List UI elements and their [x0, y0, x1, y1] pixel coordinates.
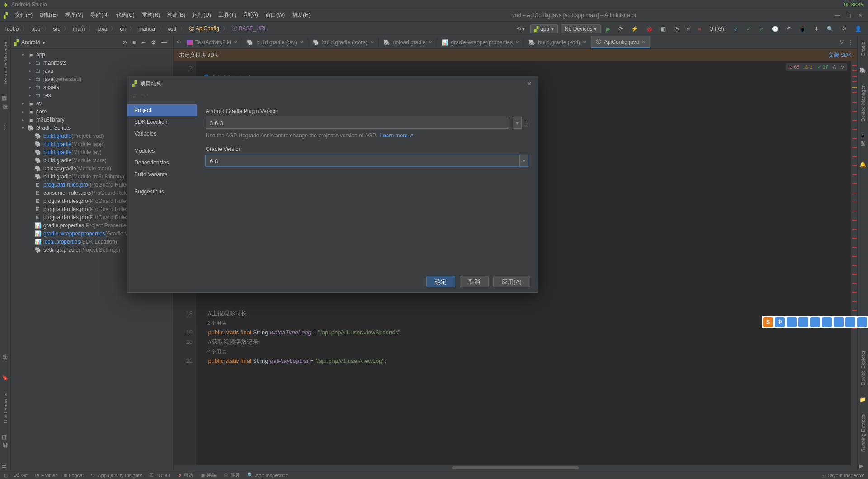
project-view-label[interactable]: Android	[21, 39, 40, 46]
weak-warning-count[interactable]: ✓ 17	[817, 64, 828, 70]
show-tool-windows-icon[interactable]: ◫	[4, 472, 8, 478]
gradle-dropdown-icon[interactable]: ▾	[519, 155, 528, 167]
ime-mic-icon[interactable]	[798, 317, 808, 327]
status-tool-button[interactable]: ☑ TODO	[149, 472, 170, 479]
menu-item[interactable]: 代码(C)	[113, 9, 138, 21]
history-icon[interactable]: 🕐	[769, 25, 781, 33]
sdk-manager-icon[interactable]: ⬇	[811, 25, 821, 33]
apply-changes-icon[interactable]: ⟳	[616, 25, 626, 33]
account-icon[interactable]: 👤	[852, 25, 864, 33]
breadcrumb-item[interactable]: luobo	[4, 26, 20, 32]
bell-icon[interactable]: 🔔	[859, 161, 867, 169]
stripe-project[interactable]: 项目	[2, 111, 9, 115]
menu-item[interactable]: Git(G)	[240, 9, 262, 21]
editor-tab[interactable]: 🐘build.gradle (:av)✕	[242, 38, 308, 47]
menu-item[interactable]: 编辑(E)	[36, 9, 61, 21]
device-selector[interactable]: No Devices ▾	[561, 24, 601, 33]
editor-tab[interactable]: ⒸApiConfig.java✕	[591, 36, 650, 48]
minimize-button[interactable]: —	[835, 12, 841, 19]
chevron-down-icon[interactable]: ᐯ	[841, 64, 844, 70]
tree-node[interactable]: ▾▣app	[11, 51, 173, 59]
breadcrumb-field[interactable]: ⓕ BASE_URL	[230, 25, 269, 33]
status-tool-button[interactable]: ⎇ Git	[14, 472, 28, 479]
running-icon[interactable]: ▶	[859, 463, 867, 470]
breadcrumb-item[interactable]: java	[95, 26, 109, 32]
menu-item[interactable]: 导航(N)	[87, 9, 113, 21]
tabs-close-left[interactable]: ✕	[174, 40, 183, 45]
status-tool-button[interactable]: ≡ Logcat	[64, 472, 84, 479]
agp-version-input[interactable]	[206, 117, 509, 129]
chevron-down-icon[interactable]: ▾	[42, 39, 45, 46]
tab-close-icon[interactable]: ✕	[515, 40, 519, 45]
code-line[interactable]: public static final String watchTimeLong…	[202, 328, 851, 337]
dialog-sidebar-item[interactable]: Project	[127, 104, 197, 116]
status-tool-button[interactable]: ◔ Profiler	[35, 472, 57, 479]
warning-count[interactable]: ⚠ 1	[804, 64, 813, 70]
stripe-device-explorer[interactable]: Device Explorer	[860, 348, 866, 387]
menu-item[interactable]: 视图(V)	[61, 9, 87, 21]
ime-grid-icon[interactable]	[845, 317, 855, 327]
profile-icon[interactable]: ◔	[671, 25, 681, 33]
dialog-sidebar-item[interactable]: Suggestions	[127, 186, 197, 197]
code-line[interactable]: 2 个用法	[202, 347, 851, 356]
editor-tab[interactable]: 🐘upload.gradle✕	[379, 38, 437, 47]
git-push-icon[interactable]: ↗	[756, 25, 766, 33]
rollback-icon[interactable]: ↶	[784, 25, 794, 33]
learn-more-link[interactable]: Learn more ↗	[380, 132, 414, 139]
menu-item[interactable]: 运行(U)	[189, 9, 215, 21]
code-line[interactable]: public static final String getPlayLogLis…	[202, 356, 851, 366]
back-icon[interactable]: ←	[132, 94, 138, 100]
banner-link[interactable]: 安装 SDK	[828, 52, 852, 59]
close-button[interactable]: ✕	[858, 12, 864, 19]
locate-icon[interactable]: ⊙	[120, 38, 130, 47]
stop-button[interactable]: ■	[695, 25, 704, 33]
status-tool-button[interactable]: ▣ 终端	[200, 472, 217, 479]
tree-node[interactable]: ▸🗀manifests	[11, 59, 173, 67]
breadcrumb[interactable]: luobo〉app〉src〉main〉java〉cn〉mahua〉vod〉Ⓒ A…	[4, 25, 269, 33]
ime-settings-icon[interactable]	[857, 317, 867, 327]
stripe-build-variants[interactable]: Build Variants	[3, 391, 8, 425]
breadcrumb-class[interactable]: Ⓒ ApiConfig	[187, 25, 221, 33]
menu-item[interactable]: 构建(B)	[164, 9, 189, 21]
dialog-sidebar-item[interactable]: SDK Location	[127, 116, 197, 128]
apply-code-icon[interactable]: ⚡	[628, 25, 641, 33]
tab-close-icon[interactable]: ✕	[583, 40, 586, 45]
breadcrumb-item[interactable]: main	[71, 26, 86, 32]
tab-close-icon[interactable]: ✕	[429, 40, 432, 45]
ime-lang-icon[interactable]: 中	[775, 317, 785, 327]
ime-skin-icon[interactable]	[822, 317, 832, 327]
forward-icon[interactable]: →	[142, 94, 148, 100]
editor-tab[interactable]: 📊gradle-wrapper.properties✕	[437, 38, 524, 47]
ime-punct-icon[interactable]	[787, 317, 797, 327]
stripe-notifications[interactable]: 通知	[859, 149, 866, 152]
apply-button[interactable]: 应用(A)	[493, 276, 530, 287]
stripe-gradle[interactable]: Gradle	[860, 40, 866, 58]
stripe-running-devices[interactable]: Running Devices	[860, 413, 866, 454]
tab-close-icon[interactable]: ✕	[300, 40, 303, 45]
structure-icon[interactable]: ☰	[2, 463, 9, 470]
dialog-sidebar-item[interactable]: Variables	[127, 128, 197, 140]
gear-icon[interactable]: ⚙	[148, 38, 159, 47]
tabs-dropdown-icon[interactable]: ᐯ ⋮	[836, 39, 857, 46]
ime-toolbox-icon[interactable]	[834, 317, 844, 327]
error-stripe[interactable]	[851, 61, 857, 465]
gradle-icon[interactable]: 🐘	[859, 67, 867, 75]
menu-item[interactable]: 文件(F)	[11, 9, 36, 21]
error-count[interactable]: ⊘ 63	[788, 64, 799, 70]
maximize-button[interactable]: ▢	[846, 12, 853, 19]
status-tool-button[interactable]: 🔍 App Inspection	[247, 472, 288, 479]
layout-inspector-button[interactable]: ◱ Layout Inspector	[821, 472, 864, 478]
sync-icon[interactable]: ⟲ ▾	[514, 25, 528, 33]
attach-debugger-icon[interactable]: ⎘	[684, 25, 693, 33]
run-config-selector[interactable]: ▞ app ▾	[530, 24, 558, 33]
gradle-version-input[interactable]	[206, 155, 519, 167]
stripe-resource-manager[interactable]: Resource Manager	[3, 40, 8, 86]
tab-close-icon[interactable]: ✕	[642, 39, 645, 44]
debug-button[interactable]: 🐞	[643, 25, 656, 33]
status-tool-button[interactable]: ⚙ 服务	[224, 472, 240, 479]
agp-dropdown-icon[interactable]: ▾	[513, 117, 522, 129]
dialog-sidebar-item[interactable]: Dependencies	[127, 157, 197, 169]
inspection-summary[interactable]: ⊘ 63 ⚠ 1 ✓ 17 ᐱ ᐯ	[786, 63, 847, 71]
settings-icon[interactable]: ⚙	[839, 25, 849, 33]
ime-keyboard-icon[interactable]	[810, 317, 820, 327]
